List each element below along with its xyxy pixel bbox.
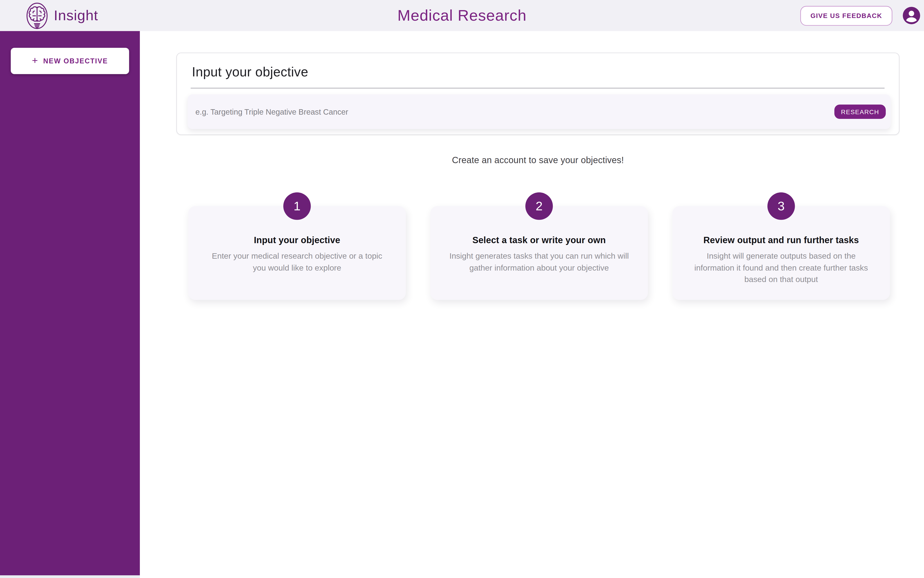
sidebar: + NEW OBJECTIVE (0, 31, 140, 575)
step-title: Review output and run further tasks (690, 235, 872, 245)
step-description: Insight will generate outputs based on t… (690, 250, 872, 286)
brand-name: Insight (54, 7, 98, 24)
objective-input-row: RESEARCH (188, 94, 890, 129)
step-title: Select a task or write your own (448, 235, 630, 245)
card-divider (190, 88, 885, 89)
step-number-badge: 1 (283, 192, 311, 220)
page-title: Medical Research (397, 6, 527, 25)
research-button[interactable]: RESEARCH (834, 104, 886, 119)
step-number-badge: 3 (768, 192, 795, 220)
main-content: Input your objective RESEARCH Create an … (140, 31, 924, 300)
objective-input[interactable] (188, 94, 835, 129)
app-root: Insight Medical Research GIVE US FEEDBAC… (0, 0, 924, 578)
account-prompt: Create an account to save your objective… (176, 155, 900, 165)
give-feedback-button[interactable]: GIVE US FEEDBACK (800, 6, 892, 25)
user-avatar-button[interactable] (903, 6, 921, 24)
plus-icon: + (32, 55, 39, 65)
user-icon (903, 17, 921, 26)
step-description: Insight generates tasks that you can run… (448, 250, 630, 274)
sidebar-bottom-strip (0, 575, 140, 578)
steps-row: 1 Input your objective Enter your medica… (188, 206, 890, 300)
objective-input-card: Input your objective RESEARCH (176, 53, 900, 135)
step-description: Enter your medical research objective or… (206, 250, 388, 274)
header-actions: GIVE US FEEDBACK (800, 6, 921, 25)
new-objective-button[interactable]: + NEW OBJECTIVE (11, 48, 129, 74)
brand: Insight (26, 2, 98, 29)
step-number-badge: 2 (525, 192, 553, 220)
step-card: 3 Review output and run further tasks In… (672, 206, 890, 300)
brain-lightbulb-icon (26, 2, 48, 29)
step-card: 1 Input your objective Enter your medica… (188, 206, 406, 300)
new-objective-label: NEW OBJECTIVE (43, 57, 108, 65)
step-title: Input your objective (206, 235, 388, 245)
step-card: 2 Select a task or write your own Insigh… (430, 206, 648, 300)
app-header: Insight Medical Research GIVE US FEEDBAC… (0, 0, 924, 31)
objective-card-title: Input your objective (192, 65, 885, 80)
